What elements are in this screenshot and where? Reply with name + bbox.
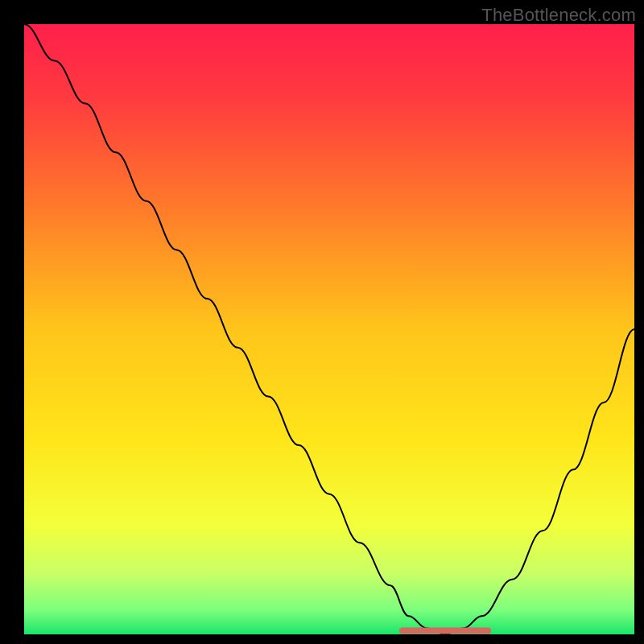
watermark-text: TheBottleneck.com <box>481 5 636 26</box>
plot-background <box>24 24 634 634</box>
bottleneck-chart <box>0 0 644 644</box>
chart-frame: TheBottleneck.com <box>0 0 644 644</box>
